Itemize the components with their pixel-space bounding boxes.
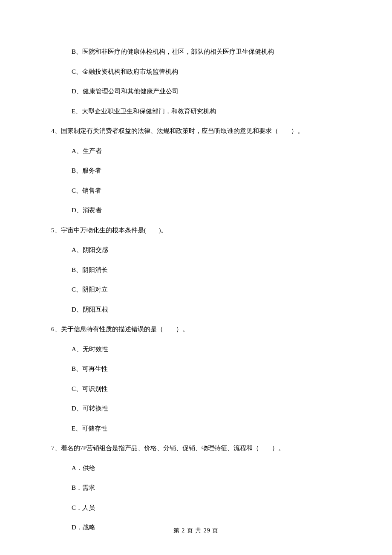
question-6-option-d: D、可转换性 <box>72 404 341 413</box>
question-6-option-a: A、无时效性 <box>72 344 341 354</box>
question-7-stem: 7、着名的7P营销组合是指产品、价格、分销、促销、物理特征、流程和（ ）。 <box>51 443 341 453</box>
question-6-option-e: E、可储存性 <box>72 424 341 434</box>
question-5-option-c: C、阴阳对立 <box>72 285 341 295</box>
question-5-option-d: D、阴阳互根 <box>72 305 341 315</box>
question-7-option-c: C．人员 <box>72 503 341 513</box>
question-5-stem: 5、宇宙中万物化生的根本条件是( )。 <box>51 225 341 235</box>
question-4-option-a: A、生产者 <box>72 146 341 156</box>
question-7-option-b: B．需求 <box>72 483 341 493</box>
question-6-option-c: C、可识别性 <box>72 384 341 394</box>
question-4-option-c: C、销售者 <box>72 186 341 196</box>
option-e: E、大型企业职业卫生和保健部门，和教育研究机构 <box>72 107 341 116</box>
question-7-option-a: A．供给 <box>72 463 341 473</box>
question-6-option-b: B、可再生性 <box>72 364 341 374</box>
question-6-stem: 6、关于信息特有性质的描述错误的是（ ）。 <box>51 324 341 334</box>
question-4-option-d: D、消费者 <box>72 205 341 215</box>
question-5-option-a: A、阴阳交感 <box>72 245 341 255</box>
question-4-option-b: B、服务者 <box>72 166 341 176</box>
option-c: C、金融投资机构和政府市场监管机构 <box>72 67 341 77</box>
option-d: D、健康管理公司和其他健康产业公司 <box>72 87 341 96</box>
page-footer: 第 2 页 共 29 页 <box>0 527 392 535</box>
page-content: B、医院和非医疗的健康体检机构，社区，部队的相关医疗卫生保健机构 C、金融投资机… <box>0 0 392 532</box>
question-5-option-b: B、阴阳消长 <box>72 265 341 275</box>
option-b: B、医院和非医疗的健康体检机构，社区，部队的相关医疗卫生保健机构 <box>72 47 341 57</box>
question-4-stem: 4、国家制定有关消费者权益的法律、法规和政策时，应当听取谁的意见和要求（ ）。 <box>51 126 341 136</box>
